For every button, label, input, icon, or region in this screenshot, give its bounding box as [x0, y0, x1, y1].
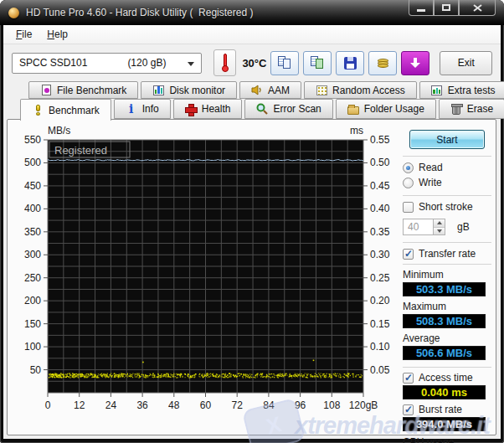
copy-screenshot-button[interactable] [303, 51, 332, 75]
tab-info[interactable]: i Info [114, 99, 171, 119]
info-icon: i [126, 103, 137, 115]
donate-button[interactable] [368, 51, 397, 75]
divider [403, 195, 491, 196]
tab-error-scan[interactable]: Error Scan [244, 99, 332, 119]
tab-label: Disk monitor [169, 85, 225, 96]
tab-label: File Benchmark [57, 85, 126, 96]
svg-text:400: 400 [24, 203, 41, 214]
svg-text:0.35: 0.35 [370, 226, 390, 238]
divider [403, 242, 491, 243]
transfer-rate-checkbox[interactable] [403, 249, 414, 260]
transfer-rate-row[interactable]: Transfer rate [403, 248, 491, 260]
average-label: Average [403, 332, 491, 344]
short-stroke-checkbox[interactable] [403, 202, 414, 213]
capacity-unit-label: gB [457, 221, 470, 233]
maximum-value: 508.3 MB/s [403, 314, 486, 328]
svg-text:500: 500 [24, 157, 41, 168]
menu-item-help[interactable]: Help [39, 27, 75, 42]
start-button[interactable]: Start [409, 130, 485, 149]
tab-label: Error Scan [273, 103, 321, 115]
tab-file-benchmark[interactable]: File Benchmark [28, 81, 138, 99]
svg-text:200: 200 [24, 295, 41, 306]
tab-extra-tests[interactable]: Extra tests [419, 81, 504, 99]
svg-text:MB/s: MB/s [48, 125, 70, 137]
access-time-label: Access time [419, 372, 473, 384]
minimize-button[interactable] [409, 0, 434, 16]
access-time-row[interactable]: Access time [403, 372, 491, 384]
tab-label: Erase [467, 103, 493, 115]
file-benchmark-icon [40, 85, 52, 96]
speaker-icon [251, 85, 263, 96]
svg-text:150: 150 [24, 318, 41, 330]
thermometer-icon [222, 54, 229, 72]
tab-label: Folder Usage [364, 103, 424, 115]
burst-rate-checkbox[interactable] [403, 404, 414, 415]
temperature-button[interactable] [213, 49, 236, 76]
down-arrow-icon [410, 58, 420, 68]
down-arrow-icon [437, 229, 442, 233]
svg-text:ms: ms [350, 125, 363, 137]
write-label: Write [419, 177, 442, 188]
write-radio[interactable] [403, 178, 414, 188]
maximize-button[interactable] [434, 0, 459, 16]
exit-button[interactable]: Exit [440, 51, 492, 75]
check-updates-button[interactable] [401, 51, 429, 75]
chevron-down-icon [188, 62, 194, 66]
titlebar: HD Tune Pro 4.60 - Hard Disk Utility ( R… [0, 0, 504, 25]
toolbar: SPCC SSD101 (120 gB) 30°C [3, 44, 501, 81]
spinner-up-button[interactable] [434, 219, 445, 227]
svg-text:0.25: 0.25 [370, 272, 390, 284]
svg-text:0.50: 0.50 [370, 157, 390, 168]
copy-text-button[interactable] [270, 51, 299, 75]
capacity-input[interactable] [403, 219, 433, 235]
health-cross-icon [185, 103, 197, 115]
svg-text:60: 60 [200, 399, 212, 411]
tab-aam[interactable]: AAM [239, 81, 301, 99]
tab-label: Extra tests [448, 85, 496, 96]
burst-rate-row[interactable]: Burst rate [403, 404, 491, 415]
close-button[interactable] [459, 0, 496, 16]
tab-health[interactable]: Health [173, 99, 243, 119]
benchmark-chart: 550500450400350300250200150100500.550.50… [9, 121, 399, 420]
svg-text:300: 300 [24, 249, 41, 260]
svg-text:450: 450 [24, 180, 41, 192]
temperature-label: 30°C [242, 57, 266, 70]
maximum-label: Maximum [403, 301, 491, 312]
svg-text:120gB: 120gB [349, 399, 378, 411]
tab-disk-monitor[interactable]: Disk monitor [141, 81, 237, 99]
capacity-spinner: gB [403, 219, 491, 235]
svg-text:550: 550 [24, 134, 41, 146]
access-time-checkbox[interactable] [403, 373, 414, 384]
svg-text:350: 350 [24, 226, 41, 238]
write-radio-row[interactable]: Write [403, 177, 491, 188]
drive-select[interactable]: SPCC SSD101 (120 gB) [12, 53, 202, 74]
tab-label: Info [142, 103, 159, 115]
read-radio[interactable] [403, 162, 414, 173]
svg-text:0.15: 0.15 [370, 318, 390, 330]
svg-text:0.45: 0.45 [370, 180, 390, 192]
menu-item-file[interactable]: File [8, 27, 39, 42]
exclamation-icon [32, 105, 44, 116]
short-stroke-row[interactable]: Short stroke [403, 201, 491, 213]
read-radio-row[interactable]: Read [403, 162, 491, 173]
svg-text:0.20: 0.20 [370, 295, 390, 306]
drive-model: SPCC SSD101 [19, 57, 87, 69]
app-body: File Help SPCC SSD101 (120 gB) 30°C [3, 25, 501, 439]
spinner-down-button[interactable] [434, 227, 445, 235]
svg-text:24: 24 [105, 399, 117, 411]
tab-folder-usage[interactable]: Folder Usage [336, 99, 436, 119]
magnifier-icon [256, 103, 268, 115]
save-screenshot-button[interactable] [336, 51, 364, 75]
svg-text:72: 72 [232, 399, 244, 411]
burst-rate-label: Burst rate [419, 404, 462, 415]
copy-pages-icon [278, 56, 292, 70]
tab-random-access[interactable]: Random Access [304, 81, 417, 99]
svg-text:0.40: 0.40 [370, 203, 390, 214]
divider [403, 367, 491, 368]
minimize-icon [417, 9, 425, 12]
tab-benchmark[interactable]: Benchmark [20, 99, 111, 121]
tab-erase[interactable]: Erase [439, 99, 504, 119]
transfer-rate-label: Transfer rate [419, 248, 476, 260]
average-value: 506.6 MB/s [403, 346, 486, 360]
svg-text:0.55: 0.55 [370, 134, 390, 146]
